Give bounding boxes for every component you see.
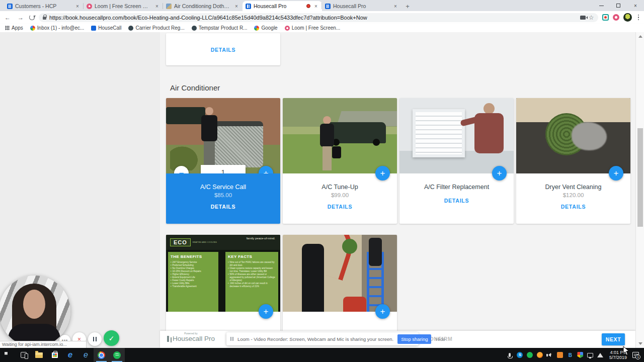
technician-shape	[200, 107, 218, 167]
new-tab-button[interactable]: +	[401, 1, 414, 11]
bluetooth-icon[interactable]: B	[567, 352, 574, 358]
tab-loom[interactable]: Loom | Free Screen & Video Re... ×	[84, 1, 163, 11]
service-image: ECO HEATING AND COOLING family peace-of-…	[166, 235, 280, 312]
close-tab-icon[interactable]: ×	[233, 4, 239, 9]
tab-customers-hcp[interactable]: Customers - HCP ×	[4, 1, 84, 11]
bookmarks-bar: Apps Inbox (1) - info@ec... HouseCall Ca…	[0, 24, 644, 32]
duct-brush-shape	[342, 239, 357, 254]
app-tray-icon[interactable]	[557, 352, 564, 358]
booking-page: DETAILS Air Conditioner − 1 + A/C Servic…	[0, 32, 644, 348]
service-price: $120.00	[516, 192, 630, 198]
stop-sharing-button[interactable]: Stop sharing	[397, 334, 431, 344]
eco-banner: ECO HEATING AND COOLING family peace-of-…	[166, 235, 280, 250]
profile-avatar[interactable]	[623, 13, 632, 22]
bookmark-carrier[interactable]: Carrier Product Reg...	[128, 25, 184, 31]
close-window-button[interactable]: ×	[627, 0, 644, 11]
restore-button[interactable]	[610, 0, 627, 11]
housecallpro-favicon	[7, 4, 13, 9]
bookmark-housecall[interactable]: HouseCall	[91, 25, 121, 31]
network-icon[interactable]	[587, 352, 594, 358]
screen-share-notification: Loom - Video Recorder: Screen, Webcam an…	[226, 332, 419, 345]
browser-menu-icon[interactable]	[636, 15, 641, 21]
bookmark-apps[interactable]: Apps	[5, 25, 23, 31]
fact-item: Nine out of Ten HVAC failures are caused…	[228, 261, 276, 267]
task-view-button[interactable]	[16, 348, 31, 362]
details-button[interactable]: DETAILS	[561, 204, 586, 210]
scrollbar-thumb[interactable]	[637, 128, 643, 227]
hide-button[interactable]: Hide	[435, 336, 445, 342]
microphone-icon[interactable]	[507, 352, 513, 358]
tab-title: Customers - HCP	[15, 3, 72, 9]
next-button[interactable]: NEXT	[602, 333, 625, 345]
tab-air-conditioning[interactable]: Air Conditioning Dothan | Heati... ×	[163, 1, 243, 11]
forward-button[interactable]: →	[16, 14, 25, 21]
loom-extension-icon[interactable]	[613, 14, 619, 21]
bookmark-label: Google	[261, 25, 277, 31]
browser-chrome: Customers - HCP × Loom | Free Screen & V…	[0, 0, 644, 32]
bookmark-star-icon[interactable]: ☆	[589, 15, 594, 21]
volume-muted-icon[interactable]	[547, 352, 553, 358]
avast-icon[interactable]	[537, 352, 543, 358]
wifi-icon[interactable]	[597, 352, 604, 358]
bookmark-loom[interactable]: Loom | Free Screen...	[285, 25, 341, 31]
card-dryer-vent-cleaning[interactable]: + Dryer Vent Cleaning $120.00 DETAILS	[516, 98, 630, 224]
file-explorer-button[interactable]	[31, 348, 47, 362]
eco-logo-sub: HEATING AND COOLING	[193, 241, 217, 243]
reload-icon[interactable]	[29, 15, 35, 20]
camera-in-use-icon[interactable]	[580, 16, 586, 20]
action-center-button[interactable]: 1	[632, 352, 639, 358]
scroll-down-icon[interactable]	[638, 342, 642, 345]
housecallpro-favicon	[246, 4, 251, 9]
service-image	[283, 98, 397, 173]
card-ac-tune-up[interactable]: + A/C Tune-Up $99.00 DETAILS	[283, 98, 397, 224]
scroll-up-icon[interactable]	[638, 35, 642, 38]
spotify-button[interactable]	[109, 348, 125, 362]
url-text[interactable]: https://book.housecallpro.com/book/Eco-H…	[49, 15, 577, 21]
tab-housecall-pro-2[interactable]: Housecall Pro ×	[322, 1, 401, 11]
bookmark-tempstar[interactable]: Tempstar Product R...	[192, 25, 248, 31]
chrome-icon	[98, 351, 105, 359]
internet-explorer-button[interactable]: e	[78, 348, 94, 362]
housecallpro-mark-icon	[167, 336, 169, 342]
close-tab-icon[interactable]: ×	[313, 4, 319, 9]
bookmark-label: Carrier Product Reg...	[135, 25, 184, 31]
service-name: A/C Service Call	[166, 184, 280, 191]
page-scrollbar[interactable]	[635, 32, 644, 348]
close-tab-icon[interactable]: ×	[74, 4, 80, 9]
details-button[interactable]: DETAILS	[211, 47, 236, 53]
loom-pause-button[interactable]	[88, 332, 102, 346]
card-ac-filter-replacement[interactable]: + A/C Filter Replacement DETAILS	[399, 98, 514, 224]
webcam-bubble[interactable]	[0, 276, 70, 347]
loom-finish-button[interactable]: ✓	[104, 330, 119, 346]
microsoft-store-button[interactable]	[47, 348, 62, 362]
defender-icon[interactable]	[577, 352, 584, 358]
extension-icon[interactable]	[602, 14, 609, 21]
close-tab-icon[interactable]: ×	[154, 4, 160, 9]
edge-button[interactable]: e	[62, 348, 78, 362]
start-button[interactable]	[0, 348, 16, 362]
site-favicon	[166, 4, 172, 9]
browser-toolbar: ← → https://book.housecallpro.com/book/E…	[0, 11, 644, 24]
details-button[interactable]: DETAILS	[444, 198, 469, 204]
chrome-button[interactable]	[94, 348, 109, 362]
tempstar-icon	[192, 26, 197, 31]
address-bar[interactable]: https://book.housecallpro.com/book/Eco-H…	[39, 13, 598, 22]
skype-icon[interactable]: S	[517, 352, 523, 358]
apps-grid-icon	[5, 26, 10, 30]
windows-taskbar: e e S B 4:01 PM 5/7/2019 1	[0, 348, 644, 362]
share-icon	[230, 337, 233, 341]
spotify-tray-icon[interactable]	[527, 352, 533, 358]
bookmark-label: HouseCall	[98, 25, 121, 31]
back-button[interactable]: ←	[3, 14, 12, 21]
google-icon	[254, 26, 259, 31]
card-ac-service-call[interactable]: − 1 + A/C Service Call $85.00 DETAILS	[166, 98, 280, 224]
bookmark-inbox[interactable]: Inbox (1) - info@ec...	[30, 25, 85, 31]
close-tab-icon[interactable]: ×	[392, 4, 398, 9]
details-button[interactable]: DETAILS	[328, 204, 353, 210]
minimize-button[interactable]	[593, 0, 610, 11]
technician-shape	[468, 103, 507, 173]
bookmark-google[interactable]: Google	[254, 25, 277, 31]
details-button[interactable]: DETAILS	[211, 204, 236, 210]
technician-shape	[302, 244, 324, 312]
tab-housecall-pro-active[interactable]: Housecall Pro ×	[243, 1, 322, 11]
